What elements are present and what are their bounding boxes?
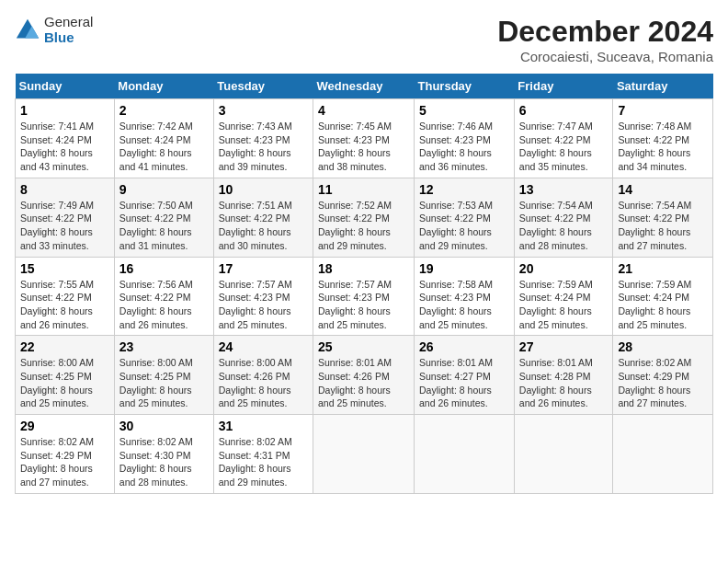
day-2: 2 Sunrise: 7:42 AMSunset: 4:24 PMDayligh…: [114, 99, 213, 178]
calendar-header: Sunday Monday Tuesday Wednesday Thursday…: [16, 74, 713, 99]
header-sunday: Sunday: [16, 74, 115, 99]
day-20: 20 Sunrise: 7:59 AMSunset: 4:24 PMDaylig…: [514, 257, 613, 336]
day-18: 18 Sunrise: 7:57 AMSunset: 4:23 PMDaylig…: [313, 257, 415, 336]
logo: General Blue: [15, 15, 93, 45]
header-thursday: Thursday: [415, 74, 515, 99]
day-31: 31 Sunrise: 8:02 AMSunset: 4:31 PMDaylig…: [213, 415, 313, 494]
day-4: 4 Sunrise: 7:45 AMSunset: 4:23 PMDayligh…: [313, 99, 415, 178]
day-7: 7 Sunrise: 7:48 AMSunset: 4:22 PMDayligh…: [613, 99, 713, 178]
logo-icon: [15, 17, 40, 43]
day-11: 11 Sunrise: 7:52 AMSunset: 4:22 PMDaylig…: [313, 178, 415, 257]
day-9: 9 Sunrise: 7:50 AMSunset: 4:22 PMDayligh…: [114, 178, 213, 257]
logo-blue: Blue: [44, 30, 93, 46]
header-monday: Monday: [114, 74, 213, 99]
empty-cell-3: [514, 415, 613, 494]
header-saturday: Saturday: [613, 74, 713, 99]
day-25: 25 Sunrise: 8:01 AMSunset: 4:26 PMDaylig…: [313, 336, 415, 415]
week-row-2: 8 Sunrise: 7:49 AMSunset: 4:22 PMDayligh…: [16, 178, 713, 257]
empty-cell-4: [613, 415, 713, 494]
day-19: 19 Sunrise: 7:58 AMSunset: 4:23 PMDaylig…: [415, 257, 515, 336]
calendar-body: 1 Sunrise: 7:41 AMSunset: 4:24 PMDayligh…: [16, 99, 713, 494]
day-24: 24 Sunrise: 8:00 AMSunset: 4:26 PMDaylig…: [213, 336, 313, 415]
day-3: 3 Sunrise: 7:43 AMSunset: 4:23 PMDayligh…: [213, 99, 313, 178]
header-tuesday: Tuesday: [213, 74, 313, 99]
day-6: 6 Sunrise: 7:47 AMSunset: 4:22 PMDayligh…: [514, 99, 613, 178]
week-row-3: 15 Sunrise: 7:55 AMSunset: 4:22 PMDaylig…: [16, 257, 713, 336]
day-13: 13 Sunrise: 7:54 AMSunset: 4:22 PMDaylig…: [514, 178, 613, 257]
header-wednesday: Wednesday: [313, 74, 415, 99]
day-8: 8 Sunrise: 7:49 AMSunset: 4:22 PMDayligh…: [16, 178, 115, 257]
empty-cell-2: [415, 415, 515, 494]
day-27: 27 Sunrise: 8:01 AMSunset: 4:28 PMDaylig…: [514, 336, 613, 415]
header-friday: Friday: [514, 74, 613, 99]
title-area: December 2024 Corocaiesti, Suceava, Roma…: [497, 15, 713, 64]
day-29: 29 Sunrise: 8:02 AMSunset: 4:29 PMDaylig…: [16, 415, 115, 494]
day-12: 12 Sunrise: 7:53 AMSunset: 4:22 PMDaylig…: [415, 178, 515, 257]
day-22: 22 Sunrise: 8:00 AMSunset: 4:25 PMDaylig…: [16, 336, 115, 415]
day-14: 14 Sunrise: 7:54 AMSunset: 4:22 PMDaylig…: [613, 178, 713, 257]
day-26: 26 Sunrise: 8:01 AMSunset: 4:27 PMDaylig…: [415, 336, 515, 415]
empty-cell-1: [313, 415, 415, 494]
subtitle: Corocaiesti, Suceava, Romania: [497, 49, 713, 64]
day-23: 23 Sunrise: 8:00 AMSunset: 4:25 PMDaylig…: [114, 336, 213, 415]
day-21: 21 Sunrise: 7:59 AMSunset: 4:24 PMDaylig…: [613, 257, 713, 336]
day-1: 1 Sunrise: 7:41 AMSunset: 4:24 PMDayligh…: [16, 99, 115, 178]
logo-general: General: [44, 15, 93, 30]
logo-text: General Blue: [44, 15, 93, 45]
week-row-1: 1 Sunrise: 7:41 AMSunset: 4:24 PMDayligh…: [16, 99, 713, 178]
main-title: December 2024: [497, 15, 713, 49]
day-30: 30 Sunrise: 8:02 AMSunset: 4:30 PMDaylig…: [114, 415, 213, 494]
day-15: 15 Sunrise: 7:55 AMSunset: 4:22 PMDaylig…: [16, 257, 115, 336]
header: General Blue December 2024 Corocaiesti, …: [15, 15, 713, 64]
day-5: 5 Sunrise: 7:46 AMSunset: 4:23 PMDayligh…: [415, 99, 515, 178]
day-28: 28 Sunrise: 8:02 AMSunset: 4:29 PMDaylig…: [613, 336, 713, 415]
week-row-4: 22 Sunrise: 8:00 AMSunset: 4:25 PMDaylig…: [16, 336, 713, 415]
header-row: Sunday Monday Tuesday Wednesday Thursday…: [16, 74, 713, 99]
calendar-table: Sunday Monday Tuesday Wednesday Thursday…: [15, 74, 713, 494]
day-17: 17 Sunrise: 7:57 AMSunset: 4:23 PMDaylig…: [213, 257, 313, 336]
day-10: 10 Sunrise: 7:51 AMSunset: 4:22 PMDaylig…: [213, 178, 313, 257]
day-16: 16 Sunrise: 7:56 AMSunset: 4:22 PMDaylig…: [114, 257, 213, 336]
week-row-5: 29 Sunrise: 8:02 AMSunset: 4:29 PMDaylig…: [16, 415, 713, 494]
